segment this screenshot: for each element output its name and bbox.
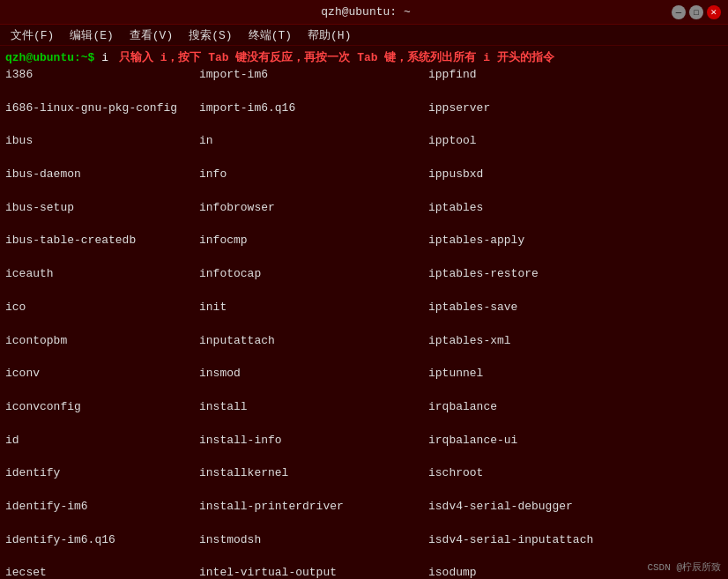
terminal: qzh@ubuntu:~$ i 只输入 i，按下 Tab 键没有反应，再按一次 … <box>0 46 728 579</box>
cmd-item: ischroot <box>428 465 593 482</box>
cmd-item: iptables-save <box>428 300 593 316</box>
cmd-item: infocmp <box>199 233 428 249</box>
prompt-cmd: i <box>94 51 115 64</box>
menu-item[interactable]: 帮助(H) <box>301 26 358 45</box>
menu-item[interactable]: 搜索(S) <box>182 26 239 45</box>
prompt-user: qzh@ubuntu:~$ <box>5 51 94 64</box>
cmd-item: info <box>199 167 428 183</box>
cmd-item: i686-linux-gnu-pkg-config <box>5 100 199 117</box>
window-title: qzh@ubuntu: ~ <box>60 5 672 19</box>
minimize-button[interactable]: ─ <box>672 5 686 19</box>
column-3: ippfindippserveripptoolippusbxdiptablesi… <box>428 67 593 579</box>
cmd-item: import-im6.q16 <box>199 100 428 117</box>
cmd-item: install-printerdriver <box>199 499 428 516</box>
cmd-item: ico <box>5 300 199 316</box>
cmd-item: ibus-daemon <box>5 167 199 183</box>
cmd-item: inputattach <box>199 333 428 350</box>
cmd-item: identify-im6 <box>5 499 199 516</box>
column-1: i386i686-linux-gnu-pkg-configibusibus-da… <box>5 67 199 579</box>
menu-item[interactable]: 文件(F) <box>4 26 61 45</box>
column-2: import-im6import-im6.q16ininfoinfobrowse… <box>199 67 428 579</box>
cmd-item: iecset <box>5 565 199 579</box>
menu-item[interactable]: 查看(V) <box>123 26 180 45</box>
cmd-item: iptables <box>428 200 593 217</box>
cmd-item: installkernel <box>199 465 428 482</box>
hint-text: 只输入 i，按下 Tab 键没有反应，再按一次 Tab 键，系统列出所有 i 开… <box>119 49 554 65</box>
cmd-item: ippfind <box>428 67 593 84</box>
menu-item[interactable]: 终端(T) <box>241 26 299 45</box>
cmd-item: identify <box>5 465 199 482</box>
cmd-item: iptables-xml <box>428 333 593 350</box>
close-button[interactable]: ✕ <box>707 5 721 19</box>
cmd-item: iptables-restore <box>428 266 593 283</box>
first-prompt-line: qzh@ubuntu:~$ i 只输入 i，按下 Tab 键没有反应，再按一次 … <box>5 49 723 65</box>
cmd-item: iceauth <box>5 266 199 283</box>
titlebar: qzh@ubuntu: ~ ─ □ ✕ <box>0 0 728 25</box>
cmd-item: instmodsh <box>199 532 428 549</box>
cmd-item: iconv <box>5 366 199 382</box>
cmd-item: install-info <box>199 433 428 449</box>
cmd-item: insmod <box>199 366 428 382</box>
cmd-item: identify-im6.q16 <box>5 532 199 549</box>
cmd-item: iptables-apply <box>428 233 593 249</box>
cmd-item: infobrowser <box>199 200 428 217</box>
window-controls[interactable]: ─ □ ✕ <box>672 5 721 19</box>
cmd-item: i386 <box>5 67 199 84</box>
cmd-item: ibus-setup <box>5 200 199 217</box>
watermark: CSDN @柠辰所致 <box>647 560 721 574</box>
cmd-item: ibus-table-createdb <box>5 233 199 249</box>
cmd-item: isdv4-serial-inputattach <box>428 532 593 549</box>
cmd-item: intel-virtual-output <box>199 565 428 579</box>
cmd-item: id <box>5 433 199 449</box>
cmd-item: isodump <box>428 565 593 579</box>
cmd-item: install <box>199 399 428 416</box>
cmd-item: infotocap <box>199 266 428 283</box>
menu-item[interactable]: 编辑(E) <box>63 26 120 45</box>
menubar: 文件(F)编辑(E)查看(V)搜索(S)终端(T)帮助(H) <box>0 25 728 46</box>
cmd-item: irqbalance-ui <box>428 433 593 449</box>
maximize-button[interactable]: □ <box>689 5 703 19</box>
cmd-item: icontopbm <box>5 333 199 350</box>
cmd-item: irqbalance <box>428 399 593 416</box>
cmd-item: init <box>199 300 428 316</box>
cmd-item: ibus <box>5 133 199 150</box>
cmd-item: iconvconfig <box>5 399 199 416</box>
cmd-item: isdv4-serial-debugger <box>428 499 593 516</box>
cmd-item: ippserver <box>428 100 593 117</box>
cmd-item: ippusbxd <box>428 167 593 183</box>
command-list: i386i686-linux-gnu-pkg-configibusibus-da… <box>5 67 723 579</box>
cmd-item: ipptool <box>428 133 593 150</box>
cmd-item: iptunnel <box>428 366 593 382</box>
cmd-item: import-im6 <box>199 67 428 84</box>
cmd-item: in <box>199 133 428 150</box>
